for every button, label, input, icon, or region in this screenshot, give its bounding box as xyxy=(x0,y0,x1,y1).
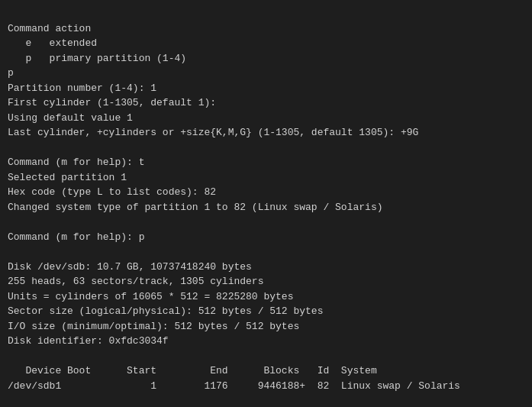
terminal-line-19: Sector size (logical/physical): 512 byte… xyxy=(8,304,524,319)
terminal-line-10: Selected partition 1 xyxy=(8,170,524,186)
terminal-line-15 xyxy=(8,244,524,260)
terminal-line-9: Command (m for help): t xyxy=(8,155,524,170)
terminal-line-12: Changed system type of partition 1 to 82… xyxy=(8,200,524,215)
terminal-output: Command action e extended p primary part… xyxy=(8,6,524,393)
terminal-line-8 xyxy=(8,141,524,156)
terminal-line-4: Partition number (1-4): 1 xyxy=(8,81,524,96)
terminal-line-1: e extended xyxy=(8,36,524,51)
terminal-line-21: Disk identifier: 0xfdc3034f xyxy=(8,334,524,349)
terminal-line-3: p xyxy=(8,66,524,81)
terminal-line-0: Command action xyxy=(8,21,524,37)
terminal-line-13 xyxy=(8,215,524,230)
terminal-line-11: Hex code (type L to list codes): 82 xyxy=(8,185,524,200)
terminal-line-23: Device Boot Start End Blocks Id System xyxy=(8,363,524,379)
terminal-line-18: Units = cylinders of 16065 * 512 = 82252… xyxy=(8,289,524,305)
terminal-line-24: /dev/sdb1 1 1176 9446188+ 82 Linux swap … xyxy=(8,379,524,394)
terminal-line-14: Command (m for help): p xyxy=(8,230,524,245)
terminal-line-20: I/O size (minimum/optimal): 512 bytes / … xyxy=(8,319,524,334)
terminal-line-22 xyxy=(8,349,524,364)
terminal-line-6: Using default value 1 xyxy=(8,111,524,126)
terminal-line-5: First cylinder (1-1305, default 1): xyxy=(8,95,524,111)
terminal-line-2: p primary partition (1-4) xyxy=(8,51,524,66)
terminal-line-17: 255 heads, 63 sectors/track, 1305 cylind… xyxy=(8,274,524,289)
terminal-line-16: Disk /dev/sdb: 10.7 GB, 10737418240 byte… xyxy=(8,260,524,275)
terminal-line-7: Last cylinder, +cylinders or +size{K,M,G… xyxy=(8,125,524,141)
